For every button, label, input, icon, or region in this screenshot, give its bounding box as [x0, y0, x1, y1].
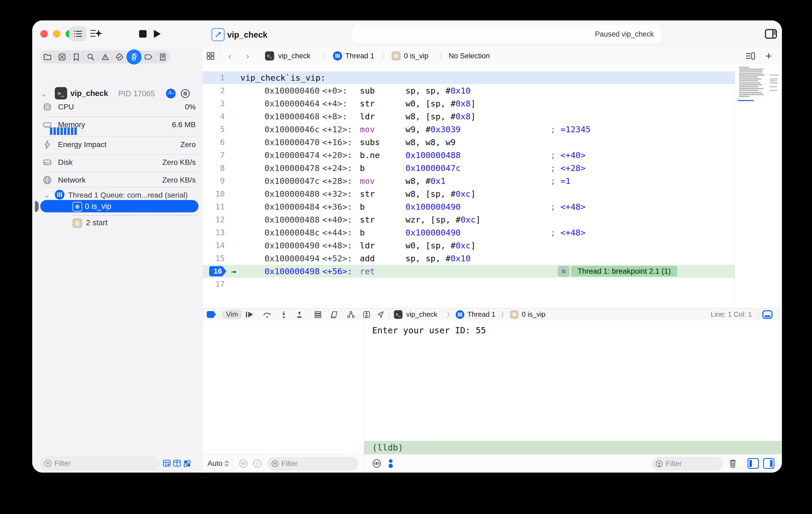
run-button[interactable] — [152, 29, 162, 39]
code-line[interactable]: 60x100000470<+16>:subsw8, w8, w9 — [203, 136, 735, 148]
report-navigator-icon[interactable] — [155, 51, 170, 63]
crash-navigator-icon[interactable] — [55, 51, 69, 63]
code-line[interactable]: 50x10000046c<+12>:movw9, #0x3039; =12345 — [203, 123, 735, 136]
thread-icon[interactable] — [456, 308, 464, 320]
line-number[interactable]: 15 — [203, 252, 225, 265]
stop-button[interactable] — [139, 30, 147, 38]
network-row[interactable]: Network Zero KB/s — [32, 173, 203, 187]
console-view[interactable]: Enter your user ID: 55 (lldb) Filter — [364, 320, 782, 472]
code-line[interactable]: 16→0x100000498<+56>:ret≡Thread 1: breakp… — [203, 265, 735, 278]
line-number[interactable]: 11 — [203, 200, 225, 213]
editor-options-icon[interactable] — [746, 47, 755, 64]
disk-row[interactable]: Disk Zero KB/s — [32, 155, 203, 169]
line-number[interactable]: 2 — [203, 84, 225, 97]
disclosure-chevron-icon[interactable]: ⌄ — [44, 191, 50, 199]
code-line[interactable]: 90x10000047c<+28>:movw8, #0x1; =1 — [203, 174, 735, 187]
step-into-icon[interactable] — [280, 308, 288, 320]
line-number[interactable]: 14 — [203, 239, 225, 252]
profile-gauge-icon[interactable] — [166, 89, 176, 99]
code-line[interactable]: 100x100000480<+32>:strw8, [sp, #0xc] — [203, 187, 735, 200]
line-number[interactable]: 6 — [203, 136, 225, 148]
window-list-icon[interactable] — [69, 26, 86, 42]
close-window-button[interactable] — [40, 30, 48, 38]
quicklook-eye-icon[interactable] — [372, 454, 381, 472]
code-line[interactable]: 17 — [203, 278, 735, 291]
trash-icon[interactable] — [729, 454, 737, 472]
line-number[interactable]: 3 — [203, 97, 225, 110]
code-line[interactable]: 120x100000488<+40>:strwzr, [sp, #0xc] — [203, 213, 735, 226]
frame-gear-icon[interactable] — [510, 308, 519, 320]
line-number[interactable]: 13 — [203, 226, 225, 239]
disassembly-editor[interactable]: 1vip_check`is_vip:20x100000460<+0>:subsp… — [203, 64, 782, 308]
breakpoints-toggle-icon[interactable] — [207, 308, 216, 320]
frame-gear-icon[interactable] — [392, 47, 401, 64]
step-over-icon[interactable] — [263, 308, 272, 320]
grid-view-icon[interactable] — [173, 459, 181, 467]
breakpoint-marker[interactable]: 16 — [209, 266, 226, 276]
line-number[interactable]: 9 — [203, 174, 225, 187]
code-line[interactable]: 20x100000460<+0>:subsp, sp, #0x10 — [203, 84, 735, 97]
view-memory-icon[interactable] — [330, 308, 339, 320]
right-panel-toggle-icon[interactable] — [764, 28, 778, 39]
code-line[interactable]: 150x100000494<+52>:addsp, sp, #0x10 — [203, 252, 735, 265]
related-items-icon[interactable] — [206, 47, 215, 64]
stack-frame[interactable]: 2 start — [32, 217, 203, 229]
debug-area-toggle-icon[interactable] — [762, 308, 773, 320]
code-line[interactable]: 40x100000468<+8>:ldrw8, [sp, #0x8] — [203, 110, 735, 123]
code-line[interactable]: 1vip_check`is_vip: — [203, 71, 735, 84]
cpu-row[interactable]: CPU 0% — [32, 100, 203, 114]
jump-crumb-frame[interactable]: 0 is_vip — [404, 47, 429, 64]
scope-selector[interactable]: Auto — [208, 454, 229, 472]
info-icon[interactable] — [253, 454, 262, 472]
jump-crumb-selection[interactable]: No Selection — [449, 47, 490, 64]
dock-right-panel-icon[interactable] — [763, 454, 775, 472]
line-number[interactable]: 8 — [203, 162, 225, 174]
line-number[interactable]: 4 — [203, 110, 225, 123]
add-editor-icon[interactable]: + — [765, 47, 772, 64]
debug-crumb-thread[interactable]: Thread 1 — [467, 308, 495, 320]
code-line[interactable]: 70x100000474<+20>:b.ne0x100000488; <+40> — [203, 148, 735, 162]
terminal-icon[interactable]: >_ — [394, 308, 403, 320]
variables-view[interactable]: Auto Filter — [203, 320, 364, 472]
pause-process-icon[interactable] — [180, 89, 190, 99]
disclosure-chevron-icon[interactable]: ⌄ — [41, 90, 47, 98]
debug-navigator-icon[interactable] — [127, 51, 141, 63]
minimap[interactable] — [738, 67, 780, 99]
navigator-filter-field[interactable]: Filter — [40, 457, 159, 470]
breakpoint-annotation[interactable]: Thread 1: breakpoint 2.1 (1) — [571, 266, 677, 277]
issue-navigator-icon[interactable] — [98, 51, 113, 63]
lldb-prompt-row[interactable]: (lldb) — [364, 441, 782, 454]
console-mode-icon[interactable] — [387, 454, 395, 472]
find-navigator-icon[interactable] — [84, 51, 98, 63]
line-number[interactable]: 5 — [203, 123, 225, 136]
variables-filter-field[interactable]: Filter — [268, 457, 358, 470]
minimize-window-button[interactable] — [53, 30, 60, 38]
forward-chevron-icon[interactable]: › — [246, 47, 249, 64]
stack-frames-icon[interactable] — [314, 308, 322, 320]
continue-icon[interactable] — [245, 308, 254, 320]
flat-view-icon[interactable] — [163, 459, 171, 467]
jump-crumb-process[interactable]: vip_check — [278, 47, 311, 64]
stack-view-icon[interactable] — [183, 459, 191, 467]
bookmark-navigator-icon[interactable] — [69, 51, 84, 63]
project-navigator-icon[interactable] — [40, 51, 55, 63]
code-line[interactable]: 80x100000478<+24>:b0x10000047c; <+28> — [203, 162, 735, 174]
line-number[interactable]: 7 — [203, 148, 225, 162]
code-line[interactable]: 30x100000464<+4>:strw0, [sp, #0x8] — [203, 97, 735, 110]
line-number[interactable]: 1 — [203, 71, 225, 84]
step-out-icon[interactable] — [296, 308, 303, 320]
dock-left-panel-icon[interactable] — [748, 454, 759, 472]
simulate-location-icon[interactable] — [377, 308, 384, 320]
line-number[interactable]: 12 — [203, 213, 225, 226]
test-navigator-icon[interactable] — [112, 51, 127, 63]
thread-icon[interactable] — [333, 47, 342, 64]
terminal-icon[interactable]: >_ — [265, 47, 274, 64]
quicklook-eye-icon[interactable] — [239, 454, 248, 472]
line-number[interactable]: 10 — [203, 187, 225, 200]
console-filter-field[interactable]: Filter — [652, 457, 723, 470]
debug-crumb-process[interactable]: vip_check — [406, 308, 437, 320]
editor-tab-title[interactable]: vip_check — [227, 30, 267, 40]
assist-sparkle-icon[interactable] — [89, 27, 103, 40]
breakpoint-navigator-icon[interactable] — [141, 51, 156, 63]
energy-row[interactable]: Energy Impact Zero — [32, 138, 203, 152]
